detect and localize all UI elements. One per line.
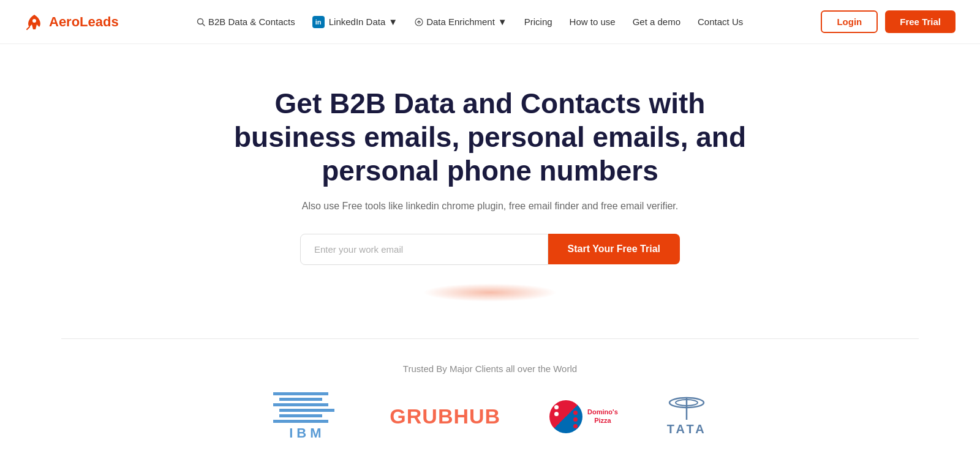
svg-point-0 xyxy=(32,19,36,23)
rocket-icon xyxy=(24,12,44,32)
linkedin-badge: in xyxy=(312,16,325,28)
nav-how-to-use[interactable]: How to use xyxy=(570,17,616,27)
hero-cta: Start Your Free Trial xyxy=(300,234,680,265)
nav-pricing[interactable]: Pricing xyxy=(524,17,552,27)
nav-actions: Login Free Trial xyxy=(821,10,956,33)
email-input[interactable] xyxy=(300,234,548,265)
logo-text: AeroLeads xyxy=(49,14,119,30)
nav-links: B2B Data & Contacts in LinkedIn Data ▼ D… xyxy=(197,16,743,28)
ibm-logo: IBM xyxy=(273,392,341,441)
tata-icon xyxy=(668,397,705,421)
nav-data-enrichment[interactable]: Data Enrichment ▼ xyxy=(415,17,507,27)
navbar: AeroLeads B2B Data & Contacts in LinkedI… xyxy=(0,0,980,44)
svg-line-2 xyxy=(202,23,205,26)
nav-contact-us[interactable]: Contact Us xyxy=(698,17,743,27)
chevron-down-icon-2: ▼ xyxy=(498,17,507,27)
chevron-down-icon: ▼ xyxy=(388,17,398,27)
login-button[interactable]: Login xyxy=(821,10,878,33)
search-icon xyxy=(197,18,205,26)
trusted-section: Trusted By Major Clients all over the Wo… xyxy=(0,339,980,451)
upload-icon xyxy=(415,18,423,26)
hero-subtext: Also use Free tools like linkedin chrome… xyxy=(24,201,956,212)
hero-section: Get B2B Data and Contacts with business … xyxy=(0,44,980,332)
dominos-logo: Domino'sPizza xyxy=(549,400,618,433)
nav-linkedin-data[interactable]: in LinkedIn Data ▼ xyxy=(312,16,398,28)
free-trial-button[interactable]: Free Trial xyxy=(885,10,956,33)
tata-logo: TATA xyxy=(667,397,707,436)
trusted-logos: IBM GRUBHUB Domino'sPizza xyxy=(24,392,956,441)
cta-glow xyxy=(423,283,557,302)
hero-heading: Get B2B Data and Contacts with business … xyxy=(214,87,766,188)
grubhub-logo: GRUBHUB xyxy=(390,404,500,428)
trusted-label: Trusted By Major Clients all over the Wo… xyxy=(24,363,956,374)
nav-b2b-data[interactable]: B2B Data & Contacts xyxy=(197,17,295,27)
logo[interactable]: AeroLeads xyxy=(24,12,119,32)
start-trial-button[interactable]: Start Your Free Trial xyxy=(548,234,680,264)
nav-get-demo[interactable]: Get a demo xyxy=(633,17,680,27)
